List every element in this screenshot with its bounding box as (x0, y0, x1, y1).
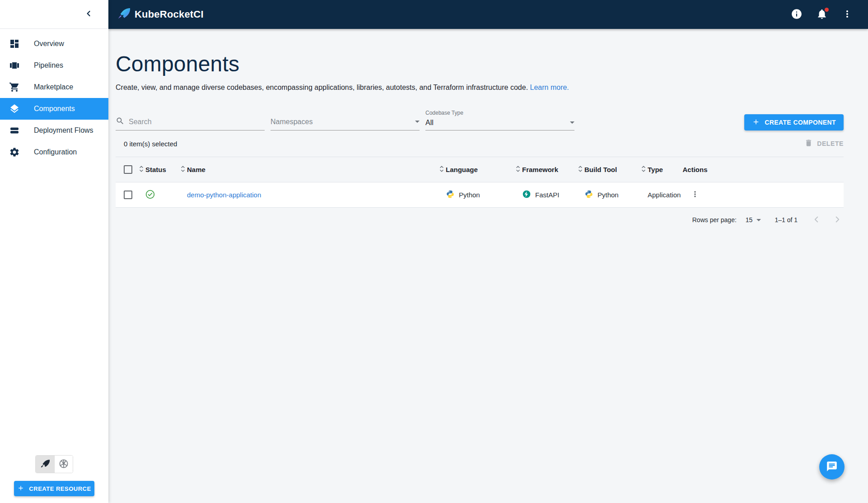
brand: KubeRocketCI (117, 7, 204, 22)
sort-icon[interactable] (641, 165, 646, 174)
sort-icon[interactable] (516, 165, 520, 174)
filter-bar: Namespaces Codebase Type All CREATE COM (116, 110, 844, 130)
chevron-right-icon (832, 214, 842, 226)
kubernetes-view-toggle[interactable] (54, 456, 73, 473)
notification-badge (825, 8, 829, 12)
dashboard-icon (9, 38, 20, 49)
sidebar-item-label: Overview (34, 40, 64, 48)
chat-fab-button[interactable] (819, 454, 845, 480)
sidebar-item-marketplace[interactable]: Marketplace (0, 76, 108, 98)
column-header-status: Status (137, 165, 179, 174)
language-cell: Python (438, 190, 514, 200)
column-header-actions: Actions (679, 166, 711, 173)
previous-page-button[interactable] (810, 214, 823, 226)
topbar-actions (789, 7, 854, 22)
create-resource-label: CREATE RESOURCE (29, 485, 91, 492)
sort-icon[interactable] (439, 165, 444, 174)
framework-cell: FastAPI (514, 190, 576, 200)
sidebar-item-overview[interactable]: Overview (0, 33, 108, 55)
search-input[interactable] (129, 118, 265, 126)
component-link[interactable]: demo-python-application (187, 191, 261, 199)
info-button[interactable] (789, 7, 804, 22)
row-checkbox[interactable] (124, 191, 132, 199)
sidebar-item-configuration[interactable]: Configuration (0, 141, 108, 163)
row-checkbox-cell (116, 191, 137, 199)
delete-label: DELETE (817, 140, 844, 147)
rows-per-page-label: Rows per page: (692, 216, 737, 224)
build-tool-cell: Python (576, 190, 639, 200)
codebase-type-field: Codebase Type All (425, 110, 574, 130)
sort-icon[interactable] (181, 165, 185, 174)
sidebar-item-label: Deployment Flows (34, 126, 93, 135)
language-label: Python (459, 191, 480, 199)
selection-bar: 0 item(s) selected DELETE (116, 130, 844, 157)
fastapi-icon (522, 190, 531, 200)
more-menu-button[interactable] (840, 7, 854, 22)
type-label: Application (648, 191, 681, 199)
learn-more-link[interactable]: Learn more. (530, 84, 569, 91)
namespaces-select[interactable]: Namespaces (271, 115, 420, 130)
select-all-checkbox[interactable] (124, 165, 132, 174)
sidebar: Overview Pipelines Marketplace Component… (0, 0, 108, 503)
sidebar-footer: CREATE RESOURCE (0, 455, 108, 503)
sidebar-item-label: Pipelines (34, 61, 63, 70)
create-resource-button[interactable]: CREATE RESOURCE (14, 481, 94, 496)
layers-icon (9, 103, 20, 114)
search-field (116, 115, 265, 130)
chevron-down-icon (415, 121, 420, 123)
codebase-type-label: Codebase Type (425, 110, 574, 116)
main-area: KubeRocketCI (108, 0, 868, 503)
page-title: Components (116, 51, 844, 76)
sidebar-item-label: Configuration (34, 148, 77, 156)
next-page-button[interactable] (831, 214, 844, 226)
sidebar-item-components[interactable]: Components (0, 98, 108, 120)
sort-icon[interactable] (578, 165, 583, 174)
pagination-bar: Rows per page: 15 1–1 of 1 (116, 208, 844, 232)
column-header-type: Type (639, 165, 679, 174)
python-icon (584, 190, 593, 200)
type-cell: Application (639, 191, 679, 199)
sidebar-item-label: Marketplace (34, 83, 73, 91)
row-actions-button[interactable] (688, 188, 702, 202)
pipelines-icon (9, 60, 20, 71)
sidebar-item-label: Components (34, 105, 75, 113)
notifications-button[interactable] (815, 7, 829, 22)
delete-button[interactable]: DELETE (804, 139, 844, 149)
sidebar-item-pipelines[interactable]: Pipelines (0, 55, 108, 76)
python-icon (446, 190, 455, 200)
kebab-icon (691, 190, 700, 200)
status-success-icon (145, 190, 155, 200)
chevron-down-icon (570, 121, 574, 124)
sidebar-nav: Overview Pipelines Marketplace Component… (0, 33, 108, 163)
shopping-cart-icon (9, 82, 20, 93)
sort-icon[interactable] (139, 165, 144, 174)
rows-per-page-value: 15 (746, 216, 753, 224)
table-header-checkbox-cell (116, 165, 137, 174)
column-header-build-tool: Build Tool (576, 165, 639, 174)
trash-icon (804, 139, 813, 149)
status-cell (137, 190, 179, 200)
top-app-bar: KubeRocketCI (108, 0, 868, 29)
page-description-text: Create, view, and manage diverse codebas… (116, 84, 528, 91)
name-cell: demo-python-application (179, 191, 438, 199)
rows-per-page-select[interactable]: 15 (746, 216, 761, 224)
pagination-range: 1–1 of 1 (775, 216, 798, 224)
chevron-down-icon (756, 219, 761, 221)
create-component-button[interactable]: CREATE COMPONENT (744, 114, 844, 130)
components-table: Status Name Language (116, 157, 844, 208)
rocket-logo-icon (117, 7, 130, 22)
chevron-left-icon (812, 214, 821, 226)
app-root: Overview Pipelines Marketplace Component… (0, 0, 868, 503)
sidebar-item-deployment-flows[interactable]: Deployment Flows (0, 120, 108, 141)
view-toggle-group (35, 455, 73, 473)
framework-label: FastAPI (535, 191, 559, 199)
rocket-view-toggle[interactable] (36, 456, 54, 473)
rocket-icon (40, 459, 50, 470)
codebase-type-select[interactable]: All (425, 117, 574, 130)
content: Components Create, view, and manage dive… (108, 29, 868, 232)
page-description: Create, view, and manage diverse codebas… (116, 84, 844, 92)
sidebar-collapse-button[interactable] (81, 7, 96, 22)
table-header-row: Status Name Language (116, 157, 844, 182)
sidebar-header (0, 0, 108, 29)
actions-cell (679, 188, 711, 202)
